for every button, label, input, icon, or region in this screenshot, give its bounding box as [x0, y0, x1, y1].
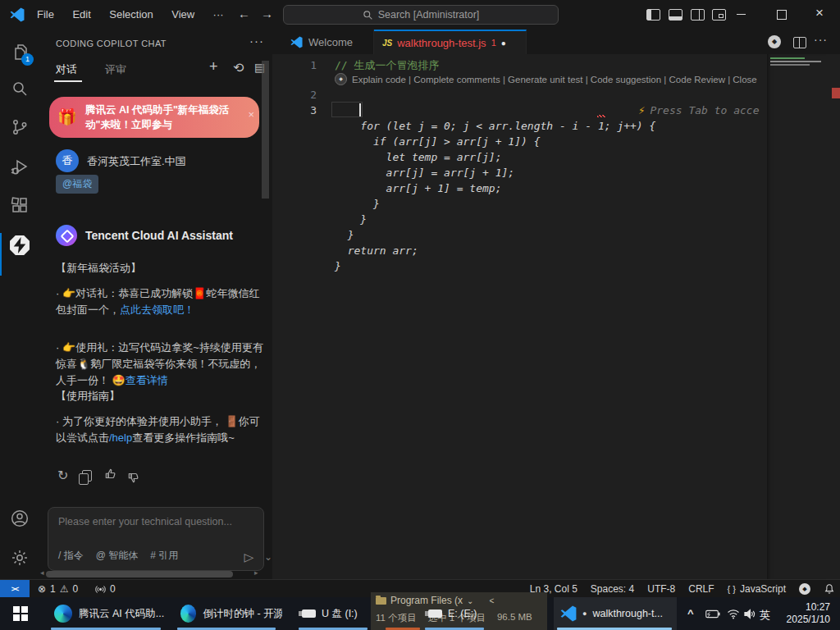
extensions-icon[interactable]: [10, 196, 30, 216]
new-chat-icon[interactable]: +: [209, 58, 218, 75]
agents-button[interactable]: @ 智能体: [96, 549, 139, 563]
input-caret-icon[interactable]: ⌄: [264, 551, 272, 563]
battery-icon[interactable]: [704, 609, 720, 619]
menu-selection[interactable]: Selection: [102, 0, 160, 30]
promo-banner[interactable]: 🎁 腾讯云 AI 代码助手"新年福袋活动"来啦！立即参与 ×: [49, 97, 259, 138]
chat-paragraph-2: · 👉使用礼：边写代码边拿奖~持续使用更有惊喜🐧鹅厂限定福袋等你来领！不玩虚的，…: [56, 340, 264, 389]
taskbar-app-vscode[interactable]: ● walkthrough-t...: [554, 597, 677, 630]
edge-icon: [180, 605, 196, 623]
eol-setting[interactable]: CRLF: [688, 583, 714, 595]
ghost-code-line: arr[j] = arr[j + 1];: [272, 165, 766, 180]
editor-ai-action-icon[interactable]: ◆: [768, 35, 781, 48]
sidebar-hscrollbar[interactable]: [46, 571, 233, 578]
language-mode[interactable]: { }JavaScript: [728, 583, 786, 595]
toggle-panel-icon[interactable]: [669, 9, 682, 21]
status-ai-icon[interactable]: ◆: [799, 583, 810, 595]
overview-ruler[interactable]: [826, 54, 840, 579]
close-window-button[interactable]: ×: [815, 5, 824, 21]
references-button[interactable]: # 引用: [150, 549, 178, 563]
ghost-code-line: return arr;: [272, 243, 766, 258]
search-view-icon[interactable]: [10, 79, 30, 98]
tab-review[interactable]: 评审: [105, 62, 126, 77]
guide-section-header: 【使用指南】: [56, 389, 120, 404]
codelens-bar[interactable]: ◆ Explain code | Complete comments | Gen…: [335, 72, 757, 86]
slash-commands-button[interactable]: / 指令: [58, 549, 84, 563]
tray-clock[interactable]: 10:27 2025/1/10: [779, 601, 830, 626]
split-editor-icon[interactable]: [793, 37, 806, 48]
sidebar-scrollbar[interactable]: [262, 61, 269, 199]
history-icon[interactable]: ⟲: [233, 60, 244, 75]
explorer-back-icon[interactable]: <: [489, 596, 494, 605]
tab-welcome[interactable]: Welcome: [282, 30, 374, 54]
ports-indicator[interactable]: 0: [95, 580, 116, 598]
indentation-setting[interactable]: Spaces: 4: [591, 583, 634, 595]
taskbar-app-usb-i[interactable]: U 盘 (I:): [297, 597, 372, 630]
run-debug-icon[interactable]: [10, 157, 30, 176]
assistant-name: Tencent Cloud AI Assistant: [85, 229, 233, 242]
claim-link[interactable]: 点此去领取吧！: [120, 304, 194, 316]
chat-input[interactable]: [57, 514, 253, 547]
menu-edit[interactable]: Edit: [65, 0, 98, 30]
remote-indicator[interactable]: ><: [0, 580, 30, 598]
ghost-code-line: if (arr[j] > arr[j + 1]) {: [272, 134, 766, 149]
tab-walkthrough[interactable]: JS walkthrough-test.js 1 ●: [374, 30, 527, 54]
vscode-logo-icon: [10, 7, 25, 22]
customize-layout-icon[interactable]: [712, 9, 726, 21]
taskbar-app-usb-e[interactable]: E: (E:): [423, 597, 489, 630]
tencent-ai-view-icon[interactable]: [9, 235, 30, 256]
thumbs-down-icon[interactable]: [126, 470, 141, 485]
start-button[interactable]: [13, 606, 28, 621]
banner-close-icon[interactable]: ×: [248, 108, 254, 121]
minimap[interactable]: [767, 54, 826, 579]
ghost-code-line: for (let j = 0; j < arr.length - i - 1; …: [272, 118, 766, 134]
toggle-secondary-sidebar-icon[interactable]: [691, 9, 705, 21]
maximize-button[interactable]: [777, 10, 787, 20]
toggle-sidebar-icon[interactable]: [646, 9, 660, 21]
problems-indicator[interactable]: ⊗ 1 ⚠ 0: [38, 580, 78, 598]
explorer-icon[interactable]: 1: [10, 43, 30, 62]
error-squiggle: [597, 115, 605, 117]
source-control-icon[interactable]: [10, 117, 30, 137]
ime-indicator[interactable]: 英: [760, 608, 770, 623]
ai-assistant-active-indicator: [0, 233, 2, 276]
ai-bolt-glyph: [9, 235, 30, 256]
user-tag[interactable]: @福袋: [56, 175, 98, 194]
taskbar-app-edge-1[interactable]: 腾讯云 AI 代码助...: [48, 597, 167, 630]
send-icon[interactable]: ▷: [244, 550, 254, 564]
chat-paragraph-3: · 为了你更好的体验并使用小助手， 🚪你可以尝试点击/help查看更多操作指南哦…: [56, 413, 264, 446]
warning-icon: ⚠: [60, 583, 69, 595]
taskbar-app-edge-2[interactable]: 倒计时的钟 - 开源...: [174, 597, 282, 630]
tab-welcome-label: Welcome: [308, 36, 353, 48]
copy-icon[interactable]: [82, 470, 92, 482]
help-link[interactable]: /help: [109, 431, 132, 444]
error-icon: ⊗: [38, 583, 46, 595]
menu-more[interactable]: ···: [206, 0, 231, 30]
js-file-icon: JS: [382, 39, 392, 48]
editor-more-icon[interactable]: ···: [814, 33, 828, 46]
edge-icon: [54, 605, 72, 623]
account-icon[interactable]: [10, 509, 30, 528]
menu-view[interactable]: View: [164, 0, 202, 30]
tab-chat[interactable]: 对话: [56, 62, 77, 77]
search-box[interactable]: Search [Administrator]: [283, 5, 559, 25]
regenerate-icon[interactable]: ↻: [57, 468, 68, 483]
settings-gear-icon[interactable]: [10, 548, 30, 568]
nav-forward-icon[interactable]: →: [261, 7, 273, 21]
wifi-icon[interactable]: [727, 609, 740, 619]
text-cursor: [359, 103, 361, 116]
avatar: 香: [56, 149, 79, 172]
hscroll-right-arrow[interactable]: ▸: [254, 568, 258, 577]
encoding-setting[interactable]: UTF-8: [647, 583, 675, 595]
panel-more-icon[interactable]: ···: [249, 34, 264, 48]
speaker-icon[interactable]: [743, 609, 756, 619]
hscroll-left-arrow[interactable]: ◂: [40, 568, 44, 577]
thumbs-up-icon[interactable]: [103, 467, 118, 482]
details-link[interactable]: 查看详情: [126, 374, 168, 386]
menu-file[interactable]: File: [30, 0, 62, 30]
nav-back-icon[interactable]: ←: [238, 7, 250, 21]
codelens-actions[interactable]: Explain code | Complete comments | Gener…: [352, 75, 757, 84]
minimize-button[interactable]: [737, 14, 746, 15]
tab-dirty-dot-icon[interactable]: ●: [501, 39, 506, 48]
tray-chevron-icon[interactable]: ^: [687, 607, 694, 619]
notifications-bell-icon[interactable]: [824, 583, 835, 595]
